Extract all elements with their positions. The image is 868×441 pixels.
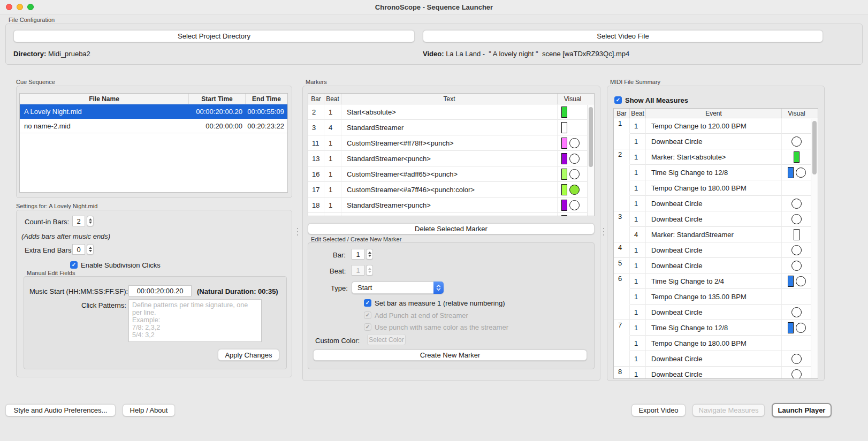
set-bar-measure-1-label: Set bar as measure 1 (relative numbering… — [375, 299, 505, 307]
checkbox-disabled-checked-icon — [364, 311, 371, 319]
music-start-input[interactable] — [128, 285, 192, 296]
midi-summary-group-label: MIDI File Summary — [610, 79, 660, 85]
cue-col-start-time[interactable]: Start Time — [189, 94, 246, 104]
marker-beat: 1 — [324, 104, 341, 120]
midi-scrollbar[interactable] — [811, 119, 818, 378]
marker-row[interactable]: 111CustomStreamer<#ff78ff><punch> — [308, 135, 594, 151]
midi-bar — [614, 336, 630, 351]
midi-row[interactable]: 21Marker: Start<absolute> — [614, 149, 818, 165]
midi-beat: 4 — [630, 227, 646, 242]
midi-row[interactable]: 1Downbeat Circle — [614, 351, 818, 367]
marker-text — [341, 213, 558, 216]
midi-row[interactable]: 1Downbeat Circle — [614, 134, 818, 149]
marker-row[interactable]: 131StandardStreamer<punch> — [308, 151, 594, 166]
markers-col-text[interactable]: Text — [341, 94, 558, 104]
apply-changes-button[interactable]: Apply Changes — [218, 349, 279, 361]
edit-marker-group-label: Edit Selected / Create New Marker — [311, 236, 401, 242]
midi-row[interactable]: 51Downbeat Circle — [614, 258, 818, 273]
cue-row[interactable]: A Lovely Night.mid00:00:20:00.2000:00:55… — [20, 104, 287, 119]
midi-visual — [782, 336, 811, 351]
midi-row[interactable]: 81Downbeat Circle — [614, 367, 818, 379]
marker-bar: 17 — [308, 182, 324, 197]
midi-event: Time Sig Change to 2/4 — [646, 273, 782, 289]
midi-col-beat[interactable]: Beat — [630, 109, 646, 118]
markers-table: Bar Beat Text Visual 21Start<absolute>34… — [308, 93, 595, 216]
checkbox-checked-icon — [614, 96, 622, 104]
count-in-bars-stepper[interactable]: 2 — [72, 216, 94, 226]
marker-row[interactable] — [308, 213, 594, 216]
set-bar-measure-1-checkbox[interactable]: Set bar as measure 1 (relative numbering… — [364, 299, 505, 307]
select-color-button: Select Color — [367, 334, 406, 345]
midi-row[interactable]: 1Downbeat Circle — [614, 305, 818, 320]
visual-shapes — [788, 167, 806, 178]
stepper-arrows-icon[interactable] — [87, 244, 94, 255]
marker-row[interactable]: 181StandardStreamer<punch> — [308, 197, 594, 213]
punch-circle-icon — [796, 168, 806, 178]
punch-circle-icon — [791, 354, 802, 364]
markers-col-bar[interactable]: Bar — [308, 94, 324, 104]
type-select[interactable]: Start — [352, 282, 444, 294]
midi-row[interactable]: 41Downbeat Circle — [614, 242, 818, 258]
midi-scrollbar-thumb[interactable] — [812, 121, 817, 174]
directory-path-label: Directory: Midi_prueba2 — [13, 50, 90, 58]
export-video-button[interactable]: Export Video — [631, 404, 686, 416]
marker-visual — [558, 166, 588, 182]
midi-col-event[interactable]: Event — [646, 109, 782, 118]
punch-circle-icon — [569, 185, 580, 195]
marker-visual — [558, 197, 588, 213]
delete-selected-marker-button[interactable]: Delete Selected Marker — [308, 223, 595, 234]
marker-text: CustomStreamer<#adff65><punch> — [341, 166, 558, 182]
marker-row[interactable]: 34StandardStreamer — [308, 120, 594, 135]
select-video-file-button[interactable]: Select Video File — [423, 30, 823, 42]
cue-row[interactable]: no name-2.mid00:20:00:0000:20:23:22 — [20, 119, 287, 133]
midi-event: Time Sig Change to 12/8 — [646, 165, 782, 180]
marker-row[interactable]: 161CustomStreamer<#adff65><punch> — [308, 166, 594, 182]
markers-col-visual[interactable]: Visual — [558, 94, 588, 104]
style-audio-preferences-button[interactable]: Style and Audio Preferences... — [5, 404, 116, 416]
markers-scrollbar[interactable] — [587, 105, 594, 216]
midi-col-bar[interactable]: Bar — [614, 109, 630, 118]
midi-row[interactable]: 1Tempo Change to 180.00 BPM — [614, 180, 818, 196]
midi-row[interactable]: 11Tempo Change to 120.00 BPM — [614, 118, 818, 134]
show-all-measures-checkbox[interactable]: Show All Measures — [614, 96, 688, 104]
arrow-up-icon — [368, 268, 371, 270]
enable-subdivision-clicks-checkbox[interactable]: Enable Subdivision Clicks — [70, 261, 161, 269]
midi-visual — [782, 273, 811, 289]
cue-col-end-time[interactable]: End Time — [246, 94, 287, 104]
midi-row[interactable]: 1Time Sig Change to 12/8 — [614, 165, 818, 180]
midi-row[interactable]: 1Tempo Change to 135.00 BPM — [614, 289, 818, 305]
midi-row[interactable]: 71Time Sig Change to 12/8 — [614, 320, 818, 336]
midi-row[interactable]: 1Downbeat Circle — [614, 196, 818, 211]
click-patterns-textarea[interactable] — [128, 299, 262, 342]
midi-bar: 6 — [614, 273, 630, 289]
help-about-button[interactable]: Help / About — [123, 404, 175, 416]
marker-row[interactable]: 171CustomStreamer<#a7ff46><punch:color> — [308, 182, 594, 197]
punch-circle-icon — [569, 200, 580, 210]
cue-end-time: 00:20:23:22 — [246, 119, 287, 133]
midi-row[interactable]: 31Downbeat Circle — [614, 211, 818, 227]
midi-event: Time Sig Change to 12/8 — [646, 320, 782, 336]
midi-beat: 1 — [630, 118, 646, 134]
stepper-arrows-icon[interactable] — [366, 249, 373, 260]
midi-event: Downbeat Circle — [646, 196, 782, 211]
marker-row[interactable]: 21Start<absolute> — [308, 104, 594, 120]
markers-col-beat[interactable]: Beat — [324, 94, 341, 104]
midi-row[interactable]: 61Time Sig Change to 2/4 — [614, 273, 818, 289]
select-project-directory-button[interactable]: Select Project Directory — [13, 30, 415, 42]
extra-end-bars-stepper[interactable]: 0 — [72, 244, 94, 255]
bar-stepper[interactable]: 1 — [352, 249, 373, 260]
visual-shapes — [794, 151, 800, 163]
splitter-handle[interactable] — [602, 227, 605, 235]
splitter-handle[interactable] — [296, 227, 299, 235]
midi-row[interactable]: 4Marker: StandardStreamer — [614, 227, 818, 242]
visual-shapes — [791, 261, 802, 271]
stepper-arrows-icon[interactable] — [87, 216, 94, 226]
launch-player-button[interactable]: Launch Player — [772, 403, 832, 417]
create-new-marker-button[interactable]: Create New Marker — [313, 349, 587, 361]
midi-row[interactable]: 1Tempo Change to 180.00 BPM — [614, 336, 818, 351]
midi-col-visual[interactable]: Visual — [782, 109, 811, 118]
midi-beat: 1 — [630, 351, 646, 367]
markers-scrollbar-thumb[interactable] — [589, 107, 593, 167]
punch-circle-icon — [791, 245, 802, 255]
cue-col-file-name[interactable]: File Name — [20, 94, 189, 104]
